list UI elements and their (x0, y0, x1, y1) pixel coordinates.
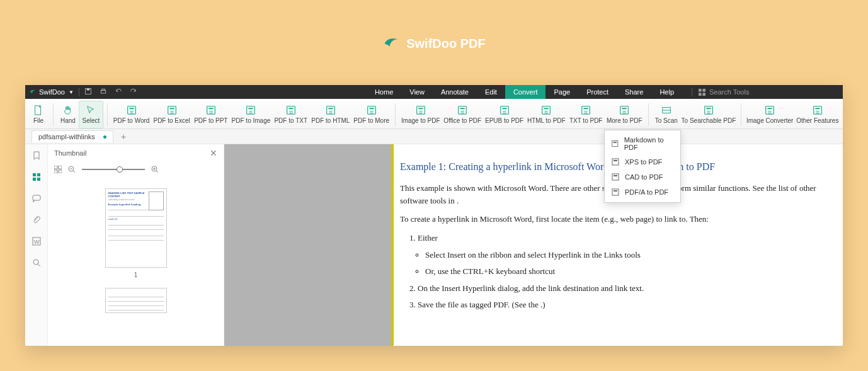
thumbnail-zoom (48, 162, 224, 177)
bookmark-icon[interactable] (31, 151, 42, 163)
thumbnail-page (105, 288, 167, 313)
swifdoo-logo-icon (382, 35, 400, 52)
ribbon-pdf-to-word[interactable]: PDF to Word (111, 101, 152, 128)
zoom-in-icon[interactable] (151, 166, 159, 173)
svg-rect-59 (614, 160, 617, 161)
svg-rect-6 (699, 93, 702, 96)
word-icon[interactable]: W (31, 236, 42, 249)
ribbon-to-searchable-pdf[interactable]: To Searchable PDF (680, 101, 737, 128)
menu-home[interactable]: Home (367, 85, 401, 99)
ribbon-image-converter[interactable]: Image Converter (745, 101, 795, 128)
svg-rect-28 (502, 108, 506, 109)
svg-rect-62 (612, 189, 619, 195)
search-tools[interactable]: Search Tools (692, 88, 837, 96)
list-item: Or, use the CTRL+K keyboard shortcut (425, 265, 829, 278)
grid-icon (699, 89, 705, 96)
ribbon-html-to-pdf[interactable]: HTML to PDF (525, 101, 568, 128)
sidebar-tools: W (25, 144, 48, 346)
svg-rect-41 (815, 108, 819, 109)
svg-rect-57 (614, 142, 617, 143)
search-icon[interactable] (31, 258, 42, 270)
zoom-slider[interactable] (82, 169, 145, 170)
menu-view[interactable]: View (401, 85, 433, 99)
svg-rect-63 (614, 190, 617, 191)
ribbon-pdf-to-image[interactable]: PDF to Image (230, 101, 272, 128)
close-icon[interactable]: ✕ (210, 148, 217, 158)
document-viewer[interactable]: Example 1: Creating a hyperlink in Micro… (224, 144, 843, 346)
menu-protect[interactable]: Protect (578, 85, 617, 99)
redo-icon[interactable] (130, 88, 137, 96)
svg-rect-14 (208, 108, 213, 109)
search-placeholder: Search Tools (709, 88, 749, 96)
menu-convert[interactable]: Convert (505, 85, 546, 99)
thumbnail-item[interactable]: HEADING LINK TEXT SAMPLE CONTENT subhead… (105, 188, 167, 278)
svg-rect-43 (37, 173, 40, 176)
ribbon-file[interactable]: File (28, 101, 49, 128)
grid-small-icon[interactable] (54, 166, 62, 173)
undo-icon[interactable] (115, 88, 122, 96)
svg-rect-18 (288, 108, 293, 109)
ribbon-pdf-to-excel[interactable]: PDF to Excel (151, 101, 191, 128)
comments-icon[interactable] (31, 193, 42, 206)
svg-rect-58 (612, 159, 619, 165)
main-menu: HomeViewAnnotateEditConvertPageProtectSh… (367, 85, 682, 99)
ribbon-hand[interactable]: Hand (57, 101, 79, 128)
menu-share[interactable]: Share (617, 85, 651, 99)
ribbon-pdf-to-html[interactable]: PDF to HTML (309, 101, 351, 128)
app-window: SwifDoo ▼ HomeViewAnnotateEditConvertPag… (25, 85, 843, 346)
dropdown-item-markdown-to-pdf[interactable]: Markdown to PDF (605, 133, 680, 154)
svg-rect-1 (87, 89, 90, 91)
workspace: W Thumbnail ✕ HEADING LINK TEXT SAMPLE C… (25, 144, 843, 346)
svg-rect-20 (328, 108, 333, 109)
brand-header: SwifDoo PDF (0, 35, 868, 52)
menu-edit[interactable]: Edit (477, 85, 505, 99)
svg-rect-32 (584, 108, 588, 109)
svg-rect-37 (706, 108, 711, 109)
svg-point-49 (33, 260, 38, 265)
ribbon-image-to-pdf[interactable]: Image to PDF (399, 101, 442, 128)
svg-rect-60 (612, 174, 619, 180)
swifdoo-small-icon (29, 88, 37, 96)
ribbon-more-to-pdf[interactable]: More to PDF (605, 101, 644, 128)
list-item: On the Insert Hyperlink dialog, add the … (418, 282, 829, 295)
ribbon-office-to-pdf[interactable]: Office to PDF (442, 101, 483, 128)
page-number: 1 (134, 271, 138, 278)
ribbon-other-features[interactable]: Other Features (795, 101, 840, 128)
ribbon-epub-to-pdf[interactable]: EPUB to PDF (483, 101, 525, 128)
attachments-icon[interactable] (31, 215, 42, 227)
slider-knob[interactable] (117, 166, 123, 173)
svg-rect-46 (33, 195, 40, 200)
thumbnails-icon[interactable] (31, 172, 42, 185)
svg-rect-39 (768, 108, 772, 109)
thumbnail-panel: Thumbnail ✕ HEADING LINK TEXT SAMPLE CON… (48, 144, 224, 346)
print-icon[interactable] (100, 88, 107, 96)
dropdown-item-pdf-a-to-pdf[interactable]: PDF/A to PDF (605, 185, 680, 200)
list-item: Either (418, 232, 829, 244)
doc-paragraph: To create a hyperlink in Microsoft Word,… (400, 213, 829, 225)
svg-rect-7 (702, 93, 705, 96)
svg-rect-30 (544, 108, 549, 109)
document-tab[interactable]: pdfsampl-withlinks (31, 130, 113, 142)
menu-help[interactable]: Help (651, 85, 682, 99)
ribbon-pdf-to-ppt[interactable]: PDF to PPT (192, 101, 230, 128)
svg-rect-2 (101, 91, 106, 94)
dropdown-item-cad-to-pdf[interactable]: CAD to PDF (605, 169, 680, 185)
svg-rect-3 (102, 89, 105, 90)
add-tab-button[interactable]: + (121, 132, 126, 142)
svg-rect-53 (59, 170, 62, 173)
thumbnail-item[interactable] (105, 288, 167, 313)
ribbon-txt-to-pdf[interactable]: TXT to PDF (568, 101, 605, 128)
ribbon-select[interactable]: Select (79, 101, 103, 128)
more-to-pdf-dropdown[interactable]: Markdown to PDFXPS to PDFCAD to PDFPDF/A… (604, 130, 681, 203)
zoom-out-icon[interactable] (68, 166, 76, 173)
menu-page[interactable]: Page (545, 85, 578, 99)
ribbon-to-scan[interactable]: To Scan (653, 101, 680, 128)
app-name[interactable]: SwifDoo ▼ (29, 88, 74, 96)
quick-access-toolbar (84, 88, 137, 96)
thumbnail-list: HEADING LINK TEXT SAMPLE CONTENT subhead… (48, 177, 224, 346)
ribbon-pdf-to-more[interactable]: PDF to More (351, 101, 391, 128)
menu-annotate[interactable]: Annotate (433, 85, 477, 99)
save-icon[interactable] (84, 88, 92, 96)
ribbon-pdf-to-txt[interactable]: PDF to TXT (272, 101, 309, 128)
dropdown-item-xps-to-pdf[interactable]: XPS to PDF (605, 154, 680, 169)
